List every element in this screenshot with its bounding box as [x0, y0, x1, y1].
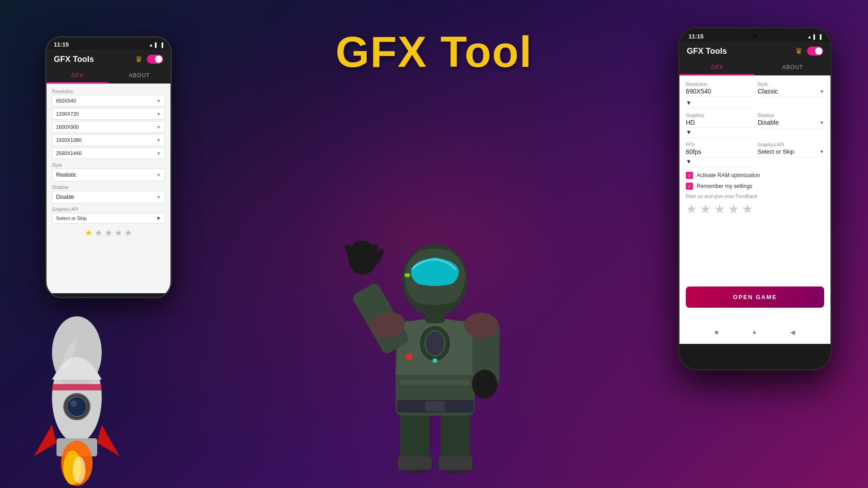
shadow-dropdown[interactable]: Disable ▼	[52, 191, 165, 203]
svg-point-8	[73, 456, 85, 483]
resolution-item-5[interactable]: 2560X1440 ▼	[52, 147, 165, 159]
star-1[interactable]: ★	[85, 227, 93, 238]
nav-back[interactable]: ◀	[790, 328, 795, 336]
checkbox-settings[interactable]: ✓ Remember my settings	[686, 183, 824, 190]
rate-star-4[interactable]: ★	[728, 202, 739, 216]
left-phone-tabs: GFX ABOUT	[47, 69, 170, 84]
nav-square[interactable]: ■	[715, 328, 718, 336]
right-phone-status-icons	[807, 33, 821, 40]
svg-point-27	[472, 370, 497, 399]
fps-value-right: 60fps	[686, 148, 752, 157]
star-2[interactable]: ★	[94, 227, 103, 238]
rate-label: Rate us and give your Feedback	[686, 193, 824, 199]
chevron-icon: ▼	[156, 195, 161, 200]
resolution-list: 650X540 ▼ 1200X720 ▼ 1600X900 ▼ 1920X108…	[52, 95, 165, 159]
style-col: Style Realistic ▼	[52, 163, 165, 183]
resolution-item-2[interactable]: 1200X720 ▼	[52, 108, 165, 120]
tab-gfx-left[interactable]: GFX	[47, 69, 108, 83]
shadow-value-right: Disable	[758, 119, 779, 126]
resolution-field: Resolution 690X540 ▼	[686, 82, 752, 108]
left-phone-app-bar: GFX Tools ♛	[47, 50, 170, 69]
nav-circle[interactable]: ●	[752, 328, 756, 336]
right-phone-content: Resolution 690X540 ▼ Style Classic ▼ Gra…	[679, 75, 830, 344]
resolution-style-row: Resolution 690X540 ▼ Style Classic ▼	[686, 82, 824, 108]
shadow-dropdown-right[interactable]: Disable ▼	[758, 119, 824, 128]
crown-icon: ♛	[135, 54, 142, 64]
fps-field: FPS 60fps ▼	[686, 142, 752, 167]
checkbox-settings-icon: ✓	[686, 183, 693, 190]
left-phone-status-icons	[149, 41, 163, 48]
style-dropdown[interactable]: Realistic ▼	[52, 169, 165, 181]
graphics-api-dropdown[interactable]: Select or Skip ▼	[52, 213, 165, 224]
chevron-icon: ▼	[156, 125, 161, 130]
checkbox-settings-label: Remember my settings	[697, 183, 752, 189]
svg-rect-14	[398, 456, 432, 470]
rate-stars: ★ ★ ★ ★ ★	[686, 202, 824, 216]
graphics-shadow-row: Graphics HD ▼ Shadow Disable ▼	[686, 113, 824, 138]
battery-icon	[818, 33, 821, 40]
fps-dropdown-right[interactable]: ▼	[686, 158, 752, 167]
svg-rect-37	[425, 401, 445, 411]
checkbox-ram[interactable]: ✓ Activate RAM optimization	[686, 172, 824, 179]
svg-point-29	[464, 313, 499, 338]
rate-star-2[interactable]: ★	[700, 202, 711, 216]
chevron-icon: ▼	[820, 120, 824, 125]
resolution-item-3[interactable]: 1600X900 ▼	[52, 121, 165, 133]
star-5[interactable]: ★	[124, 227, 132, 238]
character-illustration	[321, 127, 547, 488]
resolution-dropdown-right[interactable]: ▼	[686, 99, 752, 108]
chevron-icon: ▼	[156, 216, 161, 221]
resolution-item-1[interactable]: 650X540 ▼	[52, 95, 165, 107]
rate-star-1[interactable]: ★	[686, 202, 697, 216]
svg-point-35	[433, 358, 437, 363]
left-phone-time: 11:15	[54, 41, 69, 48]
rocket-svg	[0, 262, 163, 488]
toggle-switch[interactable]	[147, 55, 163, 64]
camera-notch	[753, 34, 757, 38]
shadow-label-right: Shadow	[758, 113, 824, 118]
toggle-switch-right[interactable]	[807, 47, 823, 56]
resolution-value-right: 690X540	[686, 88, 752, 97]
rate-star-3[interactable]: ★	[714, 202, 725, 216]
tab-about-right[interactable]: ABOUT	[755, 61, 830, 75]
svg-rect-9	[52, 384, 102, 390]
graphics-label-right: Graphics	[686, 113, 752, 118]
right-phone-app-bar: GFX Tools ♛	[679, 42, 830, 61]
chevron-icon: ▼	[156, 112, 161, 117]
open-game-button[interactable]: OPEN GAME	[686, 286, 824, 308]
fps-label-right: FPS	[686, 142, 752, 147]
svg-rect-33	[400, 380, 470, 385]
rate-star-5[interactable]: ★	[742, 202, 753, 216]
signal-icon	[813, 33, 816, 40]
right-phone: 11:15 GFX Tools ♛ GFX ABOUT Resolution 6…	[678, 27, 832, 371]
star-rating-left: ★ ★ ★ ★ ★	[52, 227, 165, 238]
style-dropdown-right[interactable]: Classic ▼	[758, 88, 824, 97]
left-app-icons: ♛	[135, 54, 163, 64]
graphics-field: Graphics HD ▼	[686, 113, 752, 138]
resolution-item-4[interactable]: 1920X1080 ▼	[52, 134, 165, 146]
star-4[interactable]: ★	[114, 227, 123, 238]
right-app-title: GFX Tools	[687, 47, 727, 56]
gapi-value-right: Select or Skip	[758, 148, 794, 155]
character-svg	[330, 149, 538, 488]
gapi-dropdown-right[interactable]: Select or Skip ▼	[758, 148, 824, 157]
tab-about-left[interactable]: ABOUT	[108, 69, 170, 83]
chevron-icon: ▼	[156, 99, 161, 103]
checkbox-ram-icon: ✓	[686, 172, 693, 179]
right-phone-time: 11:15	[689, 33, 703, 40]
graphics-value-right: HD	[686, 119, 752, 128]
graphics-dropdown-right[interactable]: ▼	[686, 129, 752, 138]
star-3[interactable]: ★	[104, 227, 113, 238]
graphics-arrow: ▼	[686, 129, 692, 136]
gapi-label-right: Graphics API	[758, 142, 824, 147]
fps-arrow: ▼	[686, 158, 692, 165]
svg-point-18	[425, 331, 445, 356]
gapi-field: Graphics API Select or Skip ▼	[758, 142, 824, 167]
right-phone-tabs: GFX ABOUT	[679, 61, 830, 75]
fps-gapi-row: FPS 60fps ▼ Graphics API Select or Skip …	[686, 142, 824, 167]
style-label-right: Style	[758, 82, 824, 87]
style-value-right: Classic	[758, 88, 778, 95]
chevron-icon: ▼	[156, 138, 161, 143]
rate-section: Rate us and give your Feedback ★ ★ ★ ★ ★	[686, 193, 824, 216]
tab-gfx-right[interactable]: GFX	[679, 61, 755, 75]
